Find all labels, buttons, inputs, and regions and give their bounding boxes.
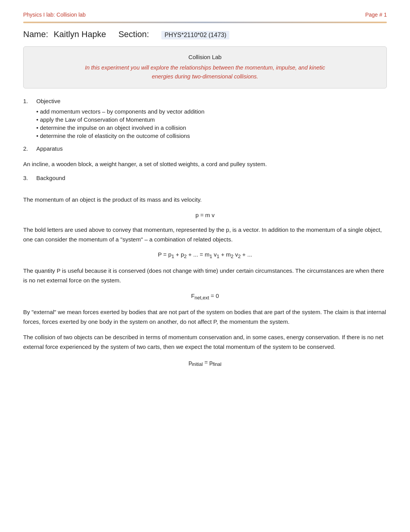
section-1: 1. Objective add momentum vectors – by c… (23, 98, 387, 140)
header-left: Physics I lab: Collision lab (23, 12, 86, 18)
formula1: p = m v (23, 212, 387, 218)
card-italic: In this experiment you will explore the … (35, 63, 375, 81)
header-divider (23, 22, 387, 23)
objective-item-4: determine the role of elasticity on the … (36, 132, 387, 140)
section-2-num: 2. (23, 145, 32, 154)
card-title: Collision Lab (35, 54, 375, 60)
section-value: PHYS*2110*02 (1473) (161, 31, 229, 39)
page: Physics I lab: Collision lab Page # 1 Na… (0, 0, 410, 532)
section-2-content: Apparatus (36, 145, 387, 154)
section-3-heading: Backgound (36, 175, 387, 181)
section-1-content: Objective add momentum vectors – by comp… (36, 98, 387, 140)
para1: The momentum of an object is the product… (23, 195, 387, 205)
apparatus-text: An incline, a wooden block, a weight han… (23, 160, 387, 169)
formula4: pinitial = pfinal (23, 359, 387, 367)
para4: By "external" we mean forces exerted by … (23, 308, 387, 327)
objective-item-1: add momentum vectors – by components and… (36, 107, 387, 116)
header-right: Page # 1 (365, 12, 387, 18)
section-1-heading: Objective (36, 98, 387, 104)
section-1-num: 1. (23, 98, 32, 140)
header: Physics I lab: Collision lab Page # 1 (23, 12, 387, 20)
para5: The collision of two objects can be desc… (23, 333, 387, 352)
section-label: Section: (119, 29, 149, 39)
formula2: P = p1 + p2 + ... = m1 v1 + m2 v2 + ... (23, 251, 387, 259)
objective-list: add momentum vectors – by components and… (36, 107, 387, 140)
objective-item-2: apply the Law of Conservation of Momentu… (36, 116, 387, 124)
name-section: Name: Kaitlyn Hapke Section: PHYS*2110*0… (23, 29, 387, 39)
section-2: 2. Apparatus (23, 145, 387, 154)
section-3: 3. Backgound (23, 175, 387, 184)
section-3-num: 3. (23, 175, 32, 184)
name-label-text: Name: (23, 29, 48, 39)
para3: The quantity P is useful because it is c… (23, 266, 387, 286)
intro-card: Collision Lab In this experiment you wil… (23, 46, 387, 88)
formula3: Fnet,ext = 0 (23, 292, 387, 301)
name-label: Name: Kaitlyn Hapke (23, 29, 106, 39)
section-3-content: Backgound (36, 175, 387, 184)
name-value: Kaitlyn Hapke (54, 29, 106, 39)
objective-item-3: determine the impulse on an object invol… (36, 124, 387, 132)
section-2-heading: Apparatus (36, 145, 387, 152)
para2: The bold letters are used above to conve… (23, 225, 387, 245)
